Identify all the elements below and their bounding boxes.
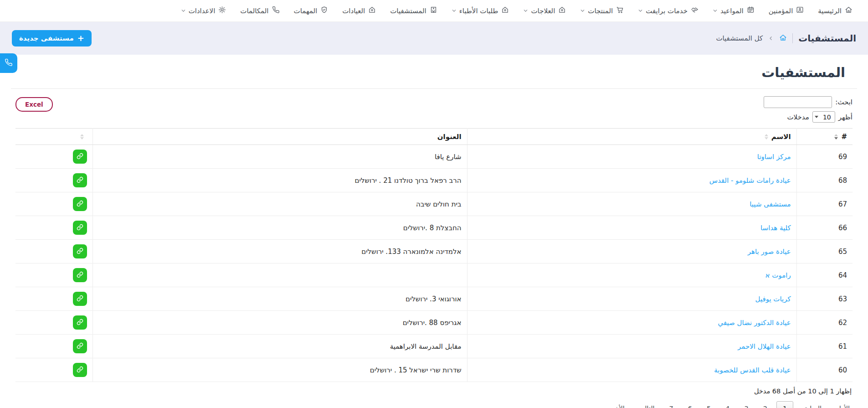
- pagination-page-3[interactable]: 3: [739, 402, 754, 408]
- pagination-next[interactable]: التالي: [634, 402, 660, 408]
- column-header-name[interactable]: الاسم: [467, 129, 796, 145]
- hospital-link[interactable]: عيادة الهلال الاحمر: [738, 342, 791, 351]
- hospital-link[interactable]: عيادة رامات شلومو - القدس: [709, 176, 791, 185]
- hospital-link[interactable]: عيادة قلب القدس للخصوبة: [714, 366, 791, 374]
- pagination-prev[interactable]: السابق: [797, 402, 827, 408]
- table-row: 66كلية هداساהחבצלת 8 .ירושלים: [15, 216, 853, 240]
- phone-icon: [5, 58, 13, 68]
- cell-num: 62: [796, 311, 853, 335]
- page-size-select[interactable]: 10: [812, 111, 835, 123]
- id-card-icon: [796, 6, 804, 15]
- search-input[interactable]: [764, 96, 832, 108]
- open-link-button[interactable]: [73, 197, 87, 211]
- clinic-icon: [558, 6, 566, 15]
- hospital-link[interactable]: راموت א: [765, 271, 791, 279]
- new-hospital-button[interactable]: + مستشفى جديدة: [12, 30, 92, 46]
- open-link-button[interactable]: [73, 268, 87, 282]
- cell-actions: [15, 335, 92, 358]
- cell-name: مركز اساوتا: [467, 145, 796, 169]
- link-icon: [77, 153, 83, 161]
- column-header-address[interactable]: العنوان: [92, 129, 467, 145]
- breadcrumb-title: المستشفيات: [798, 33, 856, 44]
- link-icon: [77, 200, 83, 208]
- hospital-link[interactable]: عيادة صور باهر: [748, 248, 791, 256]
- hospital-link[interactable]: مستشفى شيبا: [750, 200, 791, 208]
- pagination-last[interactable]: الأخير: [604, 402, 630, 408]
- nav-item-clinics[interactable]: العيادات: [342, 6, 376, 15]
- handshake-icon: [691, 6, 699, 15]
- cell-address: [92, 263, 467, 287]
- nav-item-private-services[interactable]: خدمات برايفت: [638, 6, 699, 15]
- nav-item-home[interactable]: الرئيسية: [818, 6, 853, 15]
- cell-actions: [15, 240, 92, 263]
- hospital-link[interactable]: مركز اساوتا: [757, 153, 791, 161]
- table-row: 61عيادة الهلال الاحمرمقابل المدرسة الابر…: [15, 335, 853, 358]
- nav-label: المنتجات: [588, 7, 613, 15]
- cell-name: عيادة رامات شلومو - القدس: [467, 169, 796, 192]
- pagination: الأول السابق 1 2 3 4 5 6 7 التالي الأخير: [12, 397, 856, 408]
- nav-item-settings[interactable]: الاعدادات: [181, 6, 226, 15]
- cell-name: كلية هداسا: [467, 216, 796, 240]
- cell-address: הרב רפאל ברוך טולדנו 21 . ירושלים: [92, 169, 467, 192]
- gear-icon: [218, 6, 226, 15]
- cell-name: مستشفى شيبا: [467, 192, 796, 216]
- open-link-button[interactable]: [73, 150, 87, 164]
- chevron-down-icon: [523, 8, 528, 13]
- link-icon: [77, 319, 83, 327]
- excel-export-button[interactable]: Excel: [15, 97, 53, 112]
- open-link-button[interactable]: [73, 363, 87, 377]
- nav-item-doctor-requests[interactable]: طلبات الأطباء: [452, 6, 509, 15]
- nav-item-treatments[interactable]: العلاجات: [523, 6, 566, 15]
- open-link-button[interactable]: [73, 315, 87, 330]
- hospital-link[interactable]: عيادة الدكتور نضال صيفي: [718, 319, 791, 327]
- nav-label: المؤمنين: [769, 7, 793, 15]
- shield-check-icon: [320, 6, 328, 15]
- open-link-button[interactable]: [73, 292, 87, 306]
- open-link-button[interactable]: [73, 339, 87, 353]
- nav-label: المواعيد: [720, 7, 744, 15]
- pagination-page-7[interactable]: 7: [664, 402, 679, 408]
- cell-actions: [15, 358, 92, 382]
- cell-name: عيادة قلب القدس للخصوبة: [467, 358, 796, 382]
- nav-item-tasks[interactable]: المهمات: [294, 6, 329, 15]
- top-navigation: الرئيسية المؤمنين المواعيد خدمات برايفت …: [0, 0, 868, 22]
- column-header-actions[interactable]: [15, 129, 92, 145]
- search-row: ابحث:: [764, 96, 853, 108]
- hospital-link[interactable]: كريات يوفيل: [755, 295, 791, 303]
- open-link-button[interactable]: [73, 221, 87, 235]
- column-header-num[interactable]: #: [796, 129, 853, 145]
- table-info: إظهار 1 إلى 10 من أصل 68 مدخل: [12, 382, 856, 397]
- clinic-icon: [368, 6, 376, 15]
- nav-label: الرئيسية: [818, 7, 842, 15]
- cell-address: אלמדינה אלמונארה 133. ירושלים: [92, 240, 467, 263]
- link-icon: [77, 248, 83, 256]
- chevron-down-icon: [580, 8, 585, 13]
- nav-label: المستشفيات: [390, 7, 426, 15]
- hospital-link[interactable]: كلية هداسا: [760, 224, 791, 232]
- pagination-first[interactable]: الأول: [831, 402, 855, 408]
- open-link-button[interactable]: [73, 173, 87, 187]
- breadcrumb-section: كل المستشفيات: [716, 34, 763, 42]
- nav-item-products[interactable]: المنتجات: [580, 6, 624, 15]
- hospital-icon: [430, 6, 437, 15]
- clinic-icon: [501, 6, 509, 15]
- home-icon[interactable]: [779, 34, 787, 43]
- sort-icon: [80, 134, 84, 139]
- open-link-button[interactable]: [73, 244, 87, 258]
- pagination-page-5[interactable]: 5: [701, 402, 716, 408]
- pagination-page-6[interactable]: 6: [683, 402, 698, 408]
- cell-num: 61: [796, 335, 853, 358]
- pagination-page-4[interactable]: 4: [720, 402, 735, 408]
- nav-item-insured[interactable]: المؤمنين: [769, 6, 804, 15]
- breadcrumb-bar: المستشفيات كل المستشفيات + مستشفى جديدة: [0, 22, 868, 55]
- divider: [792, 33, 793, 43]
- phone-fab-button[interactable]: [0, 53, 17, 73]
- page-size-select-wrap: 10: [812, 111, 835, 123]
- nav-item-calls[interactable]: المكالمات: [240, 6, 279, 15]
- table-row: 65عيادة صور باهرאלמדינה אלמונארה 133. יר…: [15, 240, 853, 263]
- nav-item-appointments[interactable]: المواعيد: [713, 6, 755, 15]
- nav-item-hospitals[interactable]: المستشفيات: [390, 6, 437, 15]
- pagination-page-1[interactable]: 1: [776, 401, 793, 408]
- pagination-page-2[interactable]: 2: [758, 402, 773, 408]
- plus-icon: +: [77, 34, 84, 42]
